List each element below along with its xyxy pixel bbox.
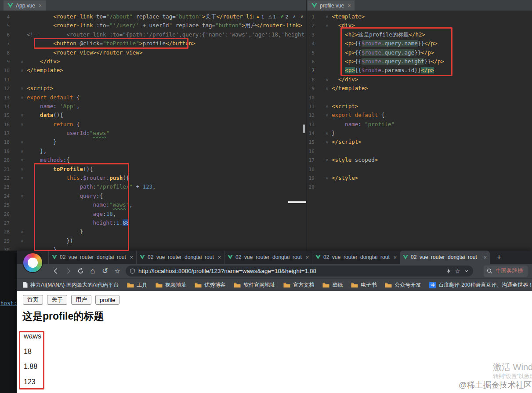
- fold-marker[interactable]: ∨: [10, 192, 25, 200]
- browser-tab[interactable]: 02_vue_router_dongtai_rout×: [312, 251, 400, 264]
- close-icon[interactable]: ×: [305, 254, 309, 261]
- bookmark-item[interactable]: 工具: [127, 281, 147, 289]
- fold-marker[interactable]: ∧: [315, 129, 330, 138]
- next-issue-icon[interactable]: ∨: [300, 14, 304, 19]
- back-icon[interactable]: [50, 266, 62, 277]
- browser-tab-strip: 02_vue_router_dongtai_rout×02_vue_router…: [17, 251, 532, 264]
- folder-icon: [195, 282, 202, 288]
- router-nav-button[interactable]: 首页: [23, 295, 43, 305]
- bookmark-label: 百度翻译-200种语言互译、沟通全世界！: [438, 281, 532, 289]
- home-icon[interactable]: ⌂: [87, 266, 98, 277]
- browser-tab-title: 02_vue_router_dongtai_rout: [148, 254, 215, 260]
- lightning-icon[interactable]: [446, 268, 452, 274]
- router-nav-button[interactable]: 关于: [47, 295, 67, 305]
- close-icon[interactable]: ×: [217, 254, 221, 261]
- bookmark-item[interactable]: 官方文档: [283, 281, 314, 289]
- close-icon[interactable]: ×: [483, 254, 487, 261]
- prev-issue-icon[interactable]: ∧: [293, 14, 296, 19]
- bookmark-star-icon[interactable]: ☆: [112, 266, 123, 277]
- screenshot-stage: App.vue × profile.vue × 4 <router-link t…: [0, 0, 532, 393]
- line-number: 16: [0, 120, 10, 129]
- fold-marker[interactable]: ∨: [10, 156, 25, 164]
- fold-marker[interactable]: ∧: [10, 237, 25, 245]
- bookmark-item[interactable]: 壁纸: [322, 281, 343, 289]
- fold-marker[interactable]: ∧: [10, 57, 25, 66]
- line-number: 13: [306, 120, 315, 129]
- new-tab-button[interactable]: +: [493, 251, 505, 263]
- editor-scrollbar-thumb[interactable]: [303, 124, 305, 133]
- fold-marker[interactable]: ∨: [10, 93, 25, 102]
- fold-marker[interactable]: ∨: [10, 111, 25, 120]
- bookmark-label: 官方文档: [293, 281, 314, 289]
- browser-tab[interactable]: 02_vue_router_dongtai_rout×: [400, 251, 490, 264]
- line-number: 8: [0, 49, 10, 58]
- fold-marker[interactable]: ∨: [315, 111, 330, 120]
- line-number: 12: [306, 111, 315, 120]
- fold-marker[interactable]: ∧: [10, 138, 25, 146]
- close-icon[interactable]: ×: [393, 254, 397, 261]
- router-nav-button[interactable]: profile: [95, 295, 119, 305]
- line-number: 20: [306, 183, 315, 192]
- bookmark-item[interactable]: 视频地址: [156, 281, 186, 289]
- fold-marker[interactable]: ∧: [315, 174, 330, 182]
- fold-marker[interactable]: ∧: [10, 227, 25, 236]
- router-nav-button[interactable]: 用户: [71, 295, 91, 305]
- code-text: </style>: [332, 175, 358, 181]
- browser-toolbar: ⌂ ↺ ☆ http://localhost:8080/profile/123?…: [17, 264, 532, 278]
- fold-marker[interactable]: ∧: [10, 66, 25, 75]
- browser-tab[interactable]: 02_vue_router_dongtai_rout×: [224, 251, 312, 264]
- line-number: 10: [0, 66, 10, 75]
- bookmark-item[interactable]: 译百度翻译-200种语言互译、沟通全世界！: [429, 281, 532, 289]
- code-line: 9∧</template>: [306, 84, 532, 93]
- code-text: data(){: [27, 112, 63, 118]
- fold-marker[interactable]: ∧: [315, 75, 330, 84]
- fold-marker[interactable]: ∨: [10, 174, 25, 182]
- annotation-box-profile-template: [340, 27, 452, 76]
- bookmark-item[interactable]: 公众号开发: [385, 281, 421, 289]
- undo-icon[interactable]: ↺: [99, 266, 111, 277]
- fold-marker[interactable]: ∨: [315, 156, 330, 164]
- console-localhost-link[interactable]: host:8: [0, 300, 17, 306]
- line-number: 5: [0, 22, 10, 30]
- code-line: 19∧</style>: [306, 174, 532, 182]
- line-number: 3: [306, 31, 315, 40]
- ide-tab-app-vue[interactable]: App.vue ×: [4, 0, 46, 11]
- bookmark-item[interactable]: 电子书: [351, 281, 376, 289]
- favorite-star-icon[interactable]: ☆: [455, 268, 460, 275]
- close-icon[interactable]: ×: [39, 3, 42, 9]
- bookmark-item[interactable]: 神力AI(MANA)-国内最大的AI代码平台: [23, 281, 119, 289]
- fold-marker[interactable]: ∧: [10, 147, 25, 156]
- editor-scrollbar-thumb-horizontal[interactable]: [288, 201, 306, 203]
- fold-marker[interactable]: ∨: [315, 21, 330, 30]
- browser-tab-title: 02_vue_router_dongtai_rout: [235, 254, 303, 260]
- reload-icon[interactable]: [75, 266, 86, 277]
- line-number: 8: [306, 76, 315, 84]
- close-icon[interactable]: ×: [347, 3, 351, 9]
- fold-marker[interactable]: ∨: [315, 102, 330, 111]
- code-text: <template>: [332, 13, 365, 20]
- fold-marker[interactable]: ∨: [10, 165, 25, 174]
- browser-tab[interactable]: 02_vue_router_dongtai_rout×: [136, 251, 224, 264]
- forward-icon[interactable]: [62, 266, 74, 277]
- search-box[interactable]: 中国奖牌榜: [484, 266, 528, 277]
- ide-tab-profile-vue[interactable]: profile.vue ×: [308, 0, 355, 11]
- browser-tab[interactable]: 02_vue_router_dongtai_rout×: [48, 251, 136, 264]
- address-bar[interactable]: http://localhost:8080/profile/123?name=w…: [126, 266, 473, 277]
- code-text: <script>: [27, 85, 53, 91]
- chevron-down-icon[interactable]: [463, 268, 469, 274]
- activate-windows-watermark: 激活 Windows: [493, 361, 532, 373]
- fold-marker[interactable]: ∨: [10, 84, 25, 93]
- fold-marker[interactable]: ∧: [315, 138, 330, 146]
- bookmark-item[interactable]: 软件官网地址: [234, 281, 275, 289]
- line-number: 10: [306, 94, 315, 102]
- fold-marker[interactable]: ∨: [315, 12, 330, 21]
- browser-logo-icon[interactable]: [22, 252, 43, 273]
- fold-marker[interactable]: ∨: [10, 120, 25, 129]
- fold-marker[interactable]: ∧: [315, 84, 330, 93]
- warning-count: 1: [261, 14, 264, 19]
- bookmarks-bar: 神力AI(MANA)-国内最大的AI代码平台工具视频地址优秀博客软件官网地址官方…: [17, 278, 532, 291]
- vue-icon: [140, 255, 145, 259]
- close-icon[interactable]: ×: [130, 254, 133, 261]
- bookmark-item[interactable]: 优秀博客: [195, 281, 225, 289]
- inspections-widget: ▲1 △1 ✓2 ∧ ∨: [253, 13, 306, 20]
